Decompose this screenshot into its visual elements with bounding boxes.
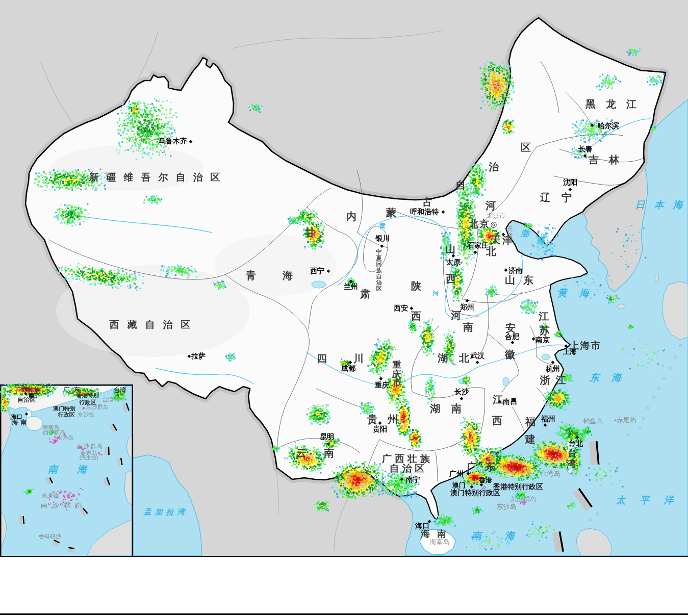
national-radar-mosaic: 黑龙江吉林辽宁新疆维吾尔自治区西藏自治区青海甘肃内蒙古自治区陕西山西河北山东河南… bbox=[0, 0, 688, 616]
bottom-border bbox=[0, 613, 688, 615]
map-area: 黑龙江吉林辽宁新疆维吾尔自治区西藏自治区青海甘肃内蒙古自治区陕西山西河北山东河南… bbox=[0, 0, 688, 556]
radar-echo-layer bbox=[0, 0, 688, 556]
legend-bar: 全国雷达拼图 [2025-07-09 22:00:00] [ 组合反射率 ] d… bbox=[0, 556, 688, 616]
